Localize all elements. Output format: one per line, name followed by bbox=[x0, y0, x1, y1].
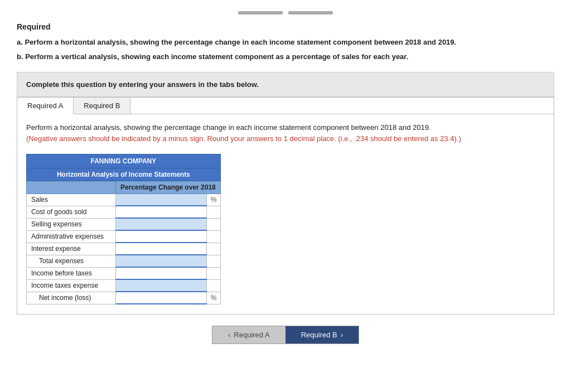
input-total-exp[interactable] bbox=[116, 255, 206, 267]
analysis-table-wrapper: FANNING COMPANY Horizontal Analysis of I… bbox=[26, 154, 221, 304]
row-input-tax-exp[interactable] bbox=[116, 279, 207, 292]
table-row: Selling expenses bbox=[27, 218, 221, 230]
prev-button-label: Required A bbox=[234, 331, 269, 339]
prev-button[interactable]: ‹ Required A bbox=[212, 326, 286, 344]
bar1 bbox=[238, 11, 283, 14]
tab-required-a[interactable]: Required A bbox=[17, 98, 74, 114]
row-input-total-exp[interactable] bbox=[116, 255, 207, 267]
row-pct-selling bbox=[207, 218, 220, 230]
tab-a-content: Perform a horizontal analysis, showing t… bbox=[17, 114, 554, 314]
table-row: Net income (loss) % bbox=[27, 292, 221, 304]
table-row: Income before taxes bbox=[27, 267, 221, 279]
row-label-sales: Sales bbox=[27, 194, 116, 206]
header-row: Percentage Change over 2018 bbox=[27, 181, 221, 194]
instruction-a: a. Perform a horizontal analysis, showin… bbox=[17, 37, 554, 48]
row-pct-net-income: % bbox=[207, 292, 220, 304]
row-label-cogs: Cost of goods sold bbox=[27, 206, 116, 218]
instruction-b-letter: b. bbox=[17, 52, 23, 61]
tab-a-desc-main: Perform a horizontal analysis, showing t… bbox=[26, 123, 431, 132]
tab-a-description: Perform a horizontal analysis, showing t… bbox=[26, 122, 545, 144]
input-selling[interactable] bbox=[116, 219, 206, 230]
tab-bar: Required A Required B bbox=[17, 98, 554, 114]
row-input-selling[interactable] bbox=[116, 218, 207, 230]
table-row: Income taxes expense bbox=[27, 279, 221, 292]
instruction-a-text: Perform a horizontal analysis, showing t… bbox=[25, 38, 456, 46]
row-label-net-income: Net income (loss) bbox=[27, 292, 116, 304]
tab-required-b[interactable]: Required B bbox=[74, 98, 130, 114]
row-label-selling: Selling expenses bbox=[27, 218, 116, 230]
row-input-interest[interactable] bbox=[116, 243, 207, 255]
input-cogs[interactable] bbox=[116, 206, 206, 217]
row-label-admin: Administrative expenses bbox=[27, 230, 116, 243]
row-label-tax-exp: Income taxes expense bbox=[27, 279, 116, 292]
table-row: Total expenses bbox=[27, 255, 221, 267]
company-name-row: FANNING COMPANY bbox=[27, 154, 221, 168]
row-input-cogs[interactable] bbox=[116, 206, 207, 218]
table-row: Sales % bbox=[27, 194, 221, 206]
row-pct-sales: % bbox=[207, 194, 220, 206]
row-label-income-before-taxes: Income before taxes bbox=[27, 267, 116, 279]
row-label-interest: Interest expense bbox=[27, 243, 116, 255]
next-button[interactable]: Required B › bbox=[286, 326, 359, 344]
required-heading: Required bbox=[17, 22, 554, 31]
instruction-b-text: Perform a vertical analysis, showing eac… bbox=[25, 52, 408, 61]
header-label-cell bbox=[27, 181, 116, 194]
complete-box: Complete this question by entering your … bbox=[17, 72, 554, 97]
prev-chevron-icon: ‹ bbox=[228, 331, 230, 339]
tab-a-desc-note: (Negative answers should be indicated by… bbox=[26, 134, 461, 143]
instruction-a-letter: a. bbox=[17, 38, 23, 46]
input-net-income[interactable] bbox=[116, 292, 206, 303]
row-pct-admin bbox=[207, 230, 220, 243]
complete-box-text: Complete this question by entering your … bbox=[26, 80, 545, 89]
bottom-nav: ‹ Required A Required B › bbox=[17, 326, 554, 344]
row-input-admin[interactable] bbox=[116, 230, 207, 243]
top-bar-decoration bbox=[17, 11, 554, 14]
next-button-label: Required B bbox=[301, 331, 337, 339]
input-sales[interactable] bbox=[116, 194, 206, 205]
row-pct-cogs bbox=[207, 206, 220, 218]
tabs-container: Required A Required B Perform a horizont… bbox=[17, 97, 554, 314]
row-input-income-before-taxes[interactable] bbox=[116, 267, 207, 279]
row-input-sales[interactable] bbox=[116, 194, 207, 206]
bar2 bbox=[288, 11, 333, 14]
row-pct-income-before-taxes bbox=[207, 267, 220, 279]
row-pct-interest bbox=[207, 243, 220, 255]
row-input-net-income[interactable] bbox=[116, 292, 207, 304]
row-pct-total-exp bbox=[207, 255, 220, 267]
input-admin[interactable] bbox=[116, 231, 206, 242]
table-row: Cost of goods sold bbox=[27, 206, 221, 218]
instruction-b: b. Perform a vertical analysis, showing … bbox=[17, 51, 554, 62]
table-row: Administrative expenses bbox=[27, 230, 221, 243]
next-chevron-icon: › bbox=[341, 331, 343, 339]
subtitle-cell: Horizontal Analysis of Income Statements bbox=[27, 168, 221, 181]
input-tax-exp[interactable] bbox=[116, 280, 206, 291]
company-name-cell: FANNING COMPANY bbox=[27, 154, 221, 168]
row-pct-tax-exp bbox=[207, 279, 220, 292]
header-pct-cell: Percentage Change over 2018 bbox=[116, 181, 221, 194]
input-interest[interactable] bbox=[116, 243, 206, 254]
subtitle-row: Horizontal Analysis of Income Statements bbox=[27, 168, 221, 181]
input-income-before-taxes[interactable] bbox=[116, 268, 206, 279]
analysis-table: FANNING COMPANY Horizontal Analysis of I… bbox=[26, 154, 221, 304]
row-label-total-exp: Total expenses bbox=[27, 255, 116, 267]
table-row: Interest expense bbox=[27, 243, 221, 255]
